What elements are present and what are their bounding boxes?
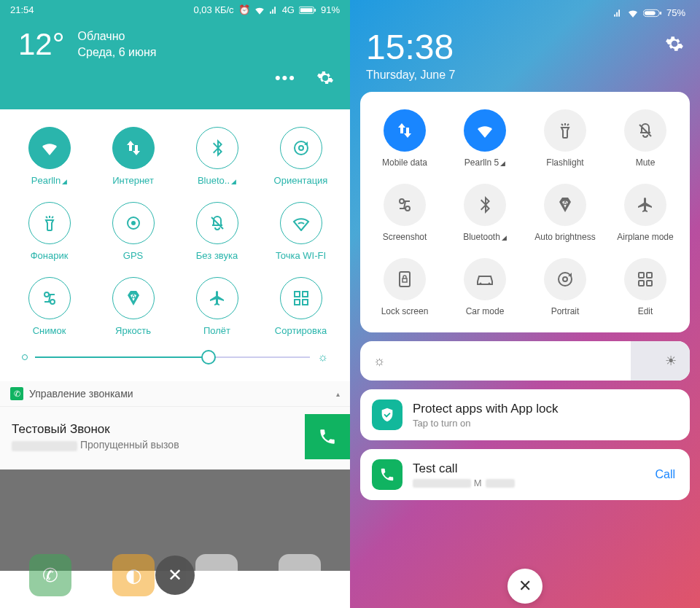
notification-app-name: Управление звонками bbox=[29, 388, 133, 400]
airplane-icon bbox=[624, 184, 666, 226]
qs-tile-wifi[interactable]: Pearlln◢ bbox=[7, 122, 91, 190]
qs-tile-data[interactable]: Mobile data bbox=[365, 105, 445, 172]
flashlight-icon bbox=[28, 202, 71, 244]
svg-rect-13 bbox=[303, 300, 308, 305]
battery-pct: 91% bbox=[321, 4, 340, 15]
phone-app-icon: ✆ bbox=[10, 387, 23, 400]
svg-text:A: A bbox=[563, 200, 568, 208]
signal-icon bbox=[612, 9, 623, 17]
qs-tile-brightness[interactable]: AЯркость bbox=[91, 273, 175, 340]
lock-icon bbox=[384, 258, 426, 300]
brightness-icon: A bbox=[112, 277, 155, 319]
mute-icon bbox=[624, 109, 666, 152]
brightness-low-icon: ☼ bbox=[373, 354, 386, 369]
svg-point-22 bbox=[480, 283, 482, 285]
quick-settings-panel: Pearlln◢ИнтернетBlueto..◢ОриентацияФонар… bbox=[0, 109, 350, 381]
brightness-max-icon: ☼ bbox=[317, 351, 328, 364]
svg-rect-2 bbox=[314, 9, 316, 12]
svg-text:A: A bbox=[131, 293, 136, 301]
wifi-icon bbox=[254, 6, 265, 15]
qs-tile-flashlight[interactable]: Фонарик bbox=[7, 198, 91, 265]
tile-label: Flashlight bbox=[546, 157, 583, 168]
qs-tile-data[interactable]: Интернет bbox=[91, 122, 175, 190]
tile-label: Car mode bbox=[466, 306, 505, 316]
qs-tile-car[interactable]: Car mode bbox=[445, 254, 525, 321]
qs-tile-flashlight[interactable]: Flashlight bbox=[525, 105, 605, 172]
chevron-down-icon: ◢ bbox=[502, 234, 507, 241]
svg-point-7 bbox=[44, 292, 49, 297]
qs-tile-bluetooth[interactable]: Blueto..◢ bbox=[175, 122, 259, 190]
clock: 15:38 bbox=[366, 27, 455, 67]
call-action-button[interactable]: Call bbox=[648, 464, 682, 486]
more-icon[interactable]: ••• bbox=[275, 69, 296, 87]
dock-chrome-icon[interactable]: ◉ bbox=[279, 554, 321, 596]
notification-call[interactable]: Test call M Call bbox=[360, 449, 690, 500]
qs-tile-wifi[interactable]: Pearlln 5◢ bbox=[445, 105, 525, 172]
battery-pct: 75% bbox=[666, 7, 685, 18]
status-time: 21:54 bbox=[10, 4, 34, 15]
qs-tile-hotspot[interactable]: Точка WI-FI bbox=[259, 198, 343, 265]
date: Thursday, June 7 bbox=[366, 69, 455, 82]
rotation-icon bbox=[280, 127, 322, 169]
dock-messages-icon[interactable]: ◐ bbox=[112, 554, 155, 596]
bluetooth-icon bbox=[464, 184, 506, 226]
qs-tile-airplane[interactable]: Airplane mode bbox=[605, 179, 685, 246]
settings-icon[interactable] bbox=[665, 34, 684, 53]
tile-label: Portrait bbox=[551, 306, 580, 316]
qs-tile-airplane[interactable]: Полёт bbox=[175, 273, 259, 340]
tile-label: Точка WI-FI bbox=[276, 250, 326, 261]
brightness-slider[interactable]: ☼ bbox=[7, 340, 343, 374]
slider-thumb[interactable] bbox=[201, 350, 216, 365]
qs-tile-sort[interactable]: Сортировка bbox=[259, 273, 343, 340]
tile-label: Auto brightness bbox=[534, 232, 595, 242]
qs-tile-screenshot[interactable]: Screenshot bbox=[365, 179, 445, 246]
svg-rect-28 bbox=[639, 281, 644, 286]
svg-rect-21 bbox=[402, 278, 407, 282]
svg-rect-11 bbox=[303, 292, 308, 297]
qs-tile-mute[interactable]: Mute bbox=[605, 105, 685, 172]
notification-subtitle: Пропущенный вызов bbox=[12, 439, 179, 451]
dock-play-icon[interactable]: ▶ bbox=[195, 554, 238, 596]
chevron-down-icon: ◢ bbox=[231, 178, 236, 185]
qs-tile-bluetooth[interactable]: Bluetooth◢ bbox=[445, 179, 525, 246]
status-speed: 0,03 КБ/с bbox=[193, 4, 233, 15]
svg-point-17 bbox=[400, 199, 404, 203]
battery-icon bbox=[643, 9, 662, 17]
qs-tile-rotation[interactable]: Portrait bbox=[525, 254, 605, 321]
qs-tile-edit[interactable]: Edit bbox=[605, 254, 685, 321]
battery-icon bbox=[299, 6, 316, 15]
notification-title: Protect apps with App lock bbox=[413, 402, 558, 416]
svg-rect-20 bbox=[400, 272, 410, 287]
qs-tile-gps[interactable]: GPS bbox=[91, 198, 175, 265]
chevron-down-icon: ◢ bbox=[62, 178, 67, 185]
svg-rect-26 bbox=[639, 273, 644, 278]
temperature: 12° bbox=[18, 27, 65, 62]
clear-notifications-button[interactable]: ✕ bbox=[155, 556, 195, 595]
notification-subtitle: Tap to turn on bbox=[413, 418, 558, 429]
slider-track[interactable] bbox=[35, 356, 310, 358]
notification-card[interactable]: ✆ Управление звонками ▴ Тестовый Звонок … bbox=[0, 381, 350, 469]
qs-tile-rotation[interactable]: Ориентация bbox=[259, 122, 343, 190]
tile-label: Airplane mode bbox=[617, 232, 673, 242]
qs-tile-lock[interactable]: Lock screen bbox=[365, 254, 445, 321]
tile-label: Полёт bbox=[203, 325, 230, 336]
tile-label: Яркость bbox=[115, 325, 151, 336]
network-label: 4G bbox=[282, 4, 295, 15]
weather-condition: Облачно bbox=[78, 28, 157, 44]
weather-widget[interactable]: 12° Облачно Среда, 6 июня bbox=[0, 20, 350, 62]
collapse-icon[interactable]: ▴ bbox=[336, 390, 340, 398]
airplane-icon bbox=[196, 277, 238, 319]
qs-tile-brightness[interactable]: AAuto brightness bbox=[525, 179, 605, 246]
clear-notifications-button[interactable]: ✕ bbox=[508, 569, 542, 604]
qs-tile-screenshot[interactable]: Снимок bbox=[7, 273, 91, 340]
phone-left: 21:54 0,03 КБ/с ⏰ 4G 91% bbox=[0, 0, 350, 608]
notification-applock[interactable]: Protect apps with App lock Tap to turn o… bbox=[360, 389, 690, 440]
qs-tile-mute[interactable]: Без звука bbox=[175, 198, 259, 265]
brightness-slider[interactable]: ☼ ☀ bbox=[360, 341, 690, 381]
dock-phone-icon[interactable]: ✆ bbox=[29, 554, 71, 596]
phone-icon bbox=[372, 459, 402, 490]
settings-icon[interactable] bbox=[316, 69, 334, 87]
shield-icon bbox=[372, 400, 402, 430]
call-back-button[interactable] bbox=[305, 414, 350, 459]
rotation-icon bbox=[544, 258, 586, 300]
